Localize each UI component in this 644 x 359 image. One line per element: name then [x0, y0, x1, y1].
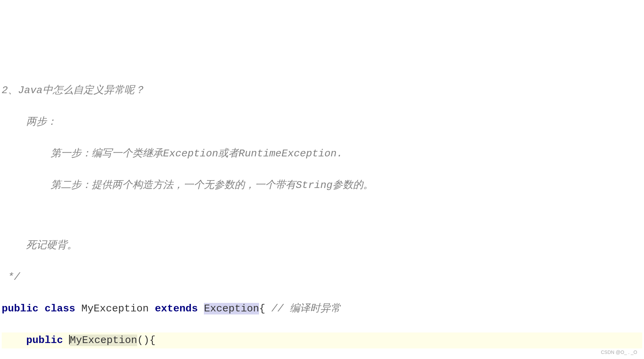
constructor-name: MyException: [70, 335, 137, 346]
inline-comment: // 编译时异常: [271, 303, 341, 314]
watermark: CSDN @O_ . _O: [601, 349, 637, 356]
class-name: MyException: [75, 303, 155, 314]
code-line-comment: 死记硬背。: [2, 238, 642, 254]
code-line-empty: [2, 209, 642, 222]
keyword-extends: extends: [155, 303, 198, 314]
code-line-comment: */: [2, 269, 642, 285]
code-line-comment: 两步：: [2, 114, 642, 130]
code-line-active: public MyException(){: [2, 332, 642, 348]
space: [198, 303, 204, 314]
cursor-icon: [69, 335, 70, 344]
indent: [2, 335, 26, 346]
keyword-class: class: [45, 303, 75, 314]
space: [63, 335, 69, 346]
keyword-public: public: [2, 303, 38, 314]
parentheses: (){: [137, 335, 156, 346]
brace: {: [259, 303, 271, 314]
keyword-public: public: [26, 335, 63, 346]
code-line-comment: 第一步：编写一个类继承Exception或者RuntimeException.: [2, 146, 642, 162]
code-line: public class MyException extends Excepti…: [2, 301, 642, 317]
code-editor[interactable]: 2、Java中怎么自定义异常呢？ 两步： 第一步：编写一个类继承Exceptio…: [0, 63, 644, 359]
code-line-comment: 第二步：提供两个构造方法，一个无参数的，一个带有String参数的。: [2, 177, 642, 193]
selected-text: Exception: [204, 303, 259, 314]
code-line-comment: 2、Java中怎么自定义异常呢？: [2, 83, 642, 99]
